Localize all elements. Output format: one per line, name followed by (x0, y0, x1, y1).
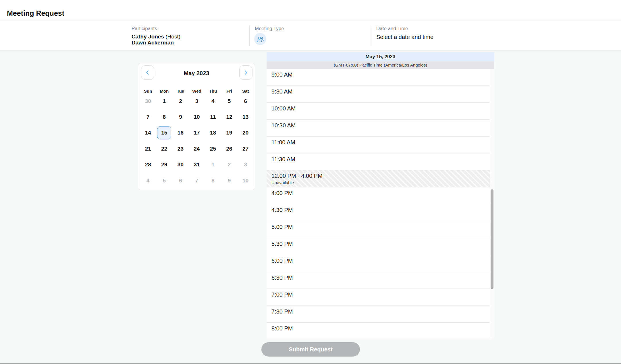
time-slot[interactable]: 7:00 PM (267, 289, 490, 306)
time-slot[interactable]: 10:30 AM (267, 120, 490, 137)
calendar-day-3-adjacent: 3 (238, 158, 252, 171)
time-slot[interactable]: 6:00 PM (267, 255, 490, 272)
calendar-day-9-adjacent: 9 (222, 174, 236, 187)
calendar-day-15[interactable]: 15 (157, 126, 171, 139)
host-line: Cathy Jones (Host) (132, 34, 180, 40)
calendar-day-13[interactable]: 13 (238, 110, 252, 124)
weekday-label: Fri (221, 89, 238, 94)
time-slot[interactable]: 7:30 PM (267, 306, 490, 323)
page-bottom-rule (0, 363, 621, 364)
calendar-day-18[interactable]: 18 (206, 126, 220, 139)
calendar-day-2[interactable]: 2 (173, 95, 188, 108)
chevron-right-icon (243, 69, 249, 76)
unavailable-range: 12:00 PM - 4:00 PM (271, 173, 490, 179)
calendar-day-4-adjacent: 4 (141, 174, 155, 187)
calendar-day-21[interactable]: 21 (141, 142, 155, 155)
calendar-grid: 3012345678910111213141516171819202122232… (140, 93, 254, 188)
calendar-day-4[interactable]: 4 (206, 95, 220, 108)
calendar-day-10-adjacent: 10 (238, 174, 252, 187)
calendar-week-row: 30123456 (140, 93, 254, 109)
host-suffix: (Host) (165, 34, 180, 40)
people-icon (256, 35, 264, 43)
weekday-label: Sat (237, 89, 254, 94)
calendar-day-7-adjacent: 7 (190, 174, 204, 187)
calendar-month-title: May 2023 (138, 70, 255, 77)
time-slot[interactable]: 8:00 PM (267, 323, 490, 338)
weekday-label: Thu (205, 89, 221, 94)
calendar-day-30-adjacent: 30 (141, 95, 155, 108)
calendar-day-7[interactable]: 7 (141, 110, 155, 124)
participants-list: Cathy Jones (Host) Dawn Ackerman (132, 34, 180, 46)
calendar-day-8[interactable]: 8 (157, 110, 171, 124)
timezone-bar: (GMT-07:00) Pacific Time (America/Los An… (267, 61, 494, 69)
calendar-week-row: 14151617181920 (140, 125, 254, 141)
time-slot-list: 9:00 AM9:30 AM10:00 AM10:30 AM11:00 AM11… (267, 69, 490, 338)
time-slot[interactable]: 11:00 AM (267, 137, 490, 153)
unavailable-status: Unavailable (271, 180, 490, 185)
time-slot[interactable]: 11:30 AM (267, 153, 490, 170)
calendar-day-31[interactable]: 31 (190, 158, 204, 171)
calendar-day-26[interactable]: 26 (222, 142, 236, 155)
calendar-day-6-adjacent: 6 (173, 174, 188, 187)
calendar-day-19[interactable]: 19 (222, 126, 236, 139)
calendar-day-23[interactable]: 23 (173, 142, 188, 155)
time-slot[interactable]: 9:30 AM (267, 86, 490, 103)
time-slot[interactable]: 4:00 PM (267, 187, 490, 204)
calendar-day-9[interactable]: 9 (173, 110, 188, 124)
host-name: Cathy Jones (132, 34, 164, 40)
calendar-day-3[interactable]: 3 (190, 95, 204, 108)
weekday-label: Tue (172, 89, 189, 94)
calendar-day-8-adjacent: 8 (206, 174, 220, 187)
date-time-label: Date and Time (376, 26, 408, 32)
calendar-day-14[interactable]: 14 (141, 126, 155, 139)
app-header: Meeting Request (0, 0, 621, 20)
calendar-day-28[interactable]: 28 (141, 158, 155, 171)
calendar-day-29[interactable]: 29 (157, 158, 171, 171)
time-slot[interactable]: 6:30 PM (267, 272, 490, 289)
calendar-day-24[interactable]: 24 (190, 142, 204, 155)
guest-name: Dawn Ackerman (132, 40, 180, 46)
summary-bar: Participants Cathy Jones (Host) Dawn Ack… (0, 21, 621, 51)
time-slot-panel: May 15, 2023 (GMT-07:00) Pacific Time (A… (267, 52, 494, 338)
calendar-day-16[interactable]: 16 (173, 126, 188, 139)
calendar-week-row: 78910111213 (140, 109, 254, 125)
calendar: May 2023 SunMonTueWedThuFriSat 301234567… (138, 63, 255, 190)
calendar-day-25[interactable]: 25 (206, 142, 220, 155)
calendar-day-30[interactable]: 30 (173, 158, 188, 171)
calendar-day-5-adjacent: 5 (157, 174, 171, 187)
calendar-day-12[interactable]: 12 (222, 110, 236, 124)
weekday-label: Wed (189, 89, 205, 94)
calendar-day-17[interactable]: 17 (190, 126, 204, 139)
calendar-week-row: 28293031123 (140, 157, 254, 173)
calendar-day-2-adjacent: 2 (222, 158, 236, 171)
participants-label: Participants (132, 26, 157, 32)
calendar-day-10[interactable]: 10 (190, 110, 204, 124)
meeting-type-avatar (254, 33, 266, 45)
calendar-day-5[interactable]: 5 (222, 95, 236, 108)
calendar-day-27[interactable]: 27 (238, 142, 252, 155)
meeting-request-app: Meeting Request Participants Cathy Jones… (0, 0, 621, 364)
date-time-value: Select a date and time (376, 34, 433, 40)
page-title: Meeting Request (7, 9, 64, 17)
meeting-type-label: Meeting Type (255, 26, 284, 32)
weekday-label: Mon (156, 89, 173, 94)
calendar-week-row: 45678910 (140, 173, 254, 188)
time-slot[interactable]: 5:30 PM (267, 238, 490, 255)
submit-request-button[interactable]: Submit Request (261, 342, 360, 357)
calendar-day-1[interactable]: 1 (157, 95, 171, 108)
time-slot[interactable]: 10:00 AM (267, 103, 490, 120)
calendar-next-button[interactable] (239, 65, 252, 80)
selected-date-banner: May 15, 2023 (267, 52, 494, 61)
calendar-day-6[interactable]: 6 (238, 95, 252, 108)
section-divider (249, 26, 250, 46)
time-slot[interactable]: 4:30 PM (267, 204, 490, 221)
time-slot[interactable]: 9:00 AM (267, 69, 490, 86)
calendar-day-11[interactable]: 11 (206, 110, 220, 124)
weekday-header-row: SunMonTueWedThuFriSat (140, 89, 254, 94)
calendar-day-20[interactable]: 20 (238, 126, 252, 139)
scrollbar-thumb[interactable] (491, 189, 493, 289)
calendar-day-22[interactable]: 22 (157, 142, 171, 155)
calendar-day-1-adjacent: 1 (206, 158, 220, 171)
unavailable-block: 12:00 PM - 4:00 PMUnavailable (267, 170, 490, 187)
time-slot[interactable]: 5:00 PM (267, 221, 490, 238)
